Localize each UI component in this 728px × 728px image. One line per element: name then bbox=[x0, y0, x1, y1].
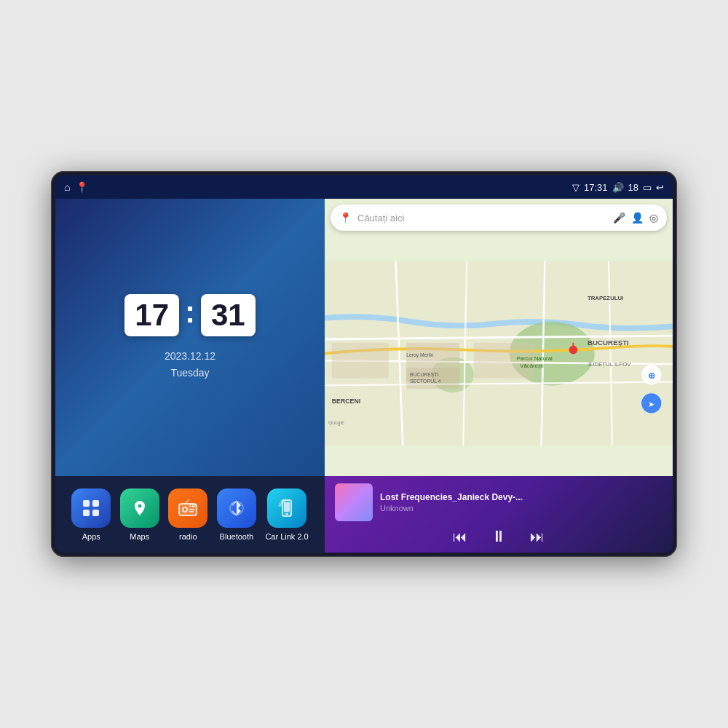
app-icon-carlink[interactable]: Car Link 2.0 bbox=[265, 488, 308, 541]
svg-text:➤: ➤ bbox=[648, 400, 654, 408]
status-left-icons: ⌂ 📍 bbox=[64, 181, 88, 193]
svg-text:BUCUREȘTI: BUCUREȘTI bbox=[587, 339, 629, 347]
clock-minute: 31 bbox=[201, 294, 256, 336]
play-pause-button[interactable]: ⏸ bbox=[491, 527, 507, 546]
svg-rect-30 bbox=[332, 343, 389, 379]
map-search-bar[interactable]: 📍 Căutați aici 🎤 👤 ◎ bbox=[331, 205, 667, 231]
car-screen-device: ⌂ 📍 ▽ 17:31 🔊 18 ▭ ↩ 17 : bbox=[51, 171, 677, 557]
svg-point-41 bbox=[569, 346, 578, 355]
svg-rect-15 bbox=[284, 502, 290, 512]
app-icon-radio[interactable]: FM radio bbox=[168, 488, 207, 541]
svg-rect-0 bbox=[83, 500, 90, 507]
music-text: Lost Frequencies_Janieck Devy-... Unknow… bbox=[380, 492, 662, 513]
maps-label: Maps bbox=[130, 532, 149, 541]
map-svg: BUCUREȘTI JUDEȚUL ILFOV TRAPEZULUI BERCE… bbox=[325, 231, 673, 476]
svg-text:BERCENI: BERCENI bbox=[332, 397, 360, 405]
signal-icon: ▽ bbox=[572, 182, 579, 193]
radio-label: radio bbox=[179, 532, 197, 541]
clock-widget: 17 : 31 2023.12.12 Tuesday bbox=[55, 199, 325, 476]
maps-pin-icon bbox=[130, 498, 150, 518]
music-player: Lost Frequencies_Janieck Devy-... Unknow… bbox=[325, 476, 673, 553]
right-panel: 📍 Căutați aici 🎤 👤 ◎ bbox=[325, 199, 673, 553]
home-icon[interactable]: ⌂ bbox=[64, 181, 70, 193]
date-text: 2023.12.12 bbox=[165, 348, 215, 364]
apps-label: Apps bbox=[82, 532, 100, 541]
music-controls: ⏮ ⏸ ⏭ bbox=[335, 527, 662, 546]
bluetooth-label: Bluetooth bbox=[220, 532, 253, 541]
car-screen: ⌂ 📍 ▽ 17:31 🔊 18 ▭ ↩ 17 : bbox=[55, 175, 673, 553]
maps-status-icon[interactable]: 📍 bbox=[76, 181, 88, 193]
radio-icon-bg: FM bbox=[168, 488, 207, 528]
bluetooth-icon-bg bbox=[217, 488, 256, 528]
layers-icon[interactable]: ◎ bbox=[649, 212, 658, 223]
apps-grid-icon bbox=[81, 498, 101, 518]
battery-icon: ▭ bbox=[643, 182, 652, 193]
main-content: 17 : 31 2023.12.12 Tuesday bbox=[55, 199, 673, 553]
svg-text:BUCUREȘTI: BUCUREȘTI bbox=[410, 372, 438, 378]
music-title: Lost Frequencies_Janieck Devy-... bbox=[380, 492, 662, 502]
bluetooth-symbol-icon bbox=[226, 498, 247, 518]
svg-rect-1 bbox=[92, 500, 99, 507]
svg-point-7 bbox=[183, 508, 186, 511]
day-text: Tuesday bbox=[165, 365, 215, 381]
next-button[interactable]: ⏭ bbox=[530, 529, 545, 545]
volume-icon: 🔊 bbox=[612, 182, 624, 193]
prev-button[interactable]: ⏮ bbox=[453, 529, 467, 545]
svg-text:SECTORUL 4: SECTORUL 4 bbox=[410, 379, 441, 384]
app-icon-apps[interactable]: Apps bbox=[71, 488, 111, 541]
svg-rect-3 bbox=[92, 510, 99, 516]
svg-text:Google: Google bbox=[328, 420, 344, 426]
clock-colon: : bbox=[185, 295, 195, 330]
apps-icon-bg bbox=[71, 488, 111, 528]
svg-point-16 bbox=[286, 513, 288, 515]
app-dock: Apps Maps bbox=[55, 476, 325, 553]
svg-rect-2 bbox=[83, 510, 90, 516]
carlink-icon-bg bbox=[267, 488, 306, 528]
map-search-actions: 🎤 👤 ◎ bbox=[613, 212, 658, 223]
carlink-label: Car Link 2.0 bbox=[265, 532, 308, 541]
svg-text:Văcărești: Văcărești bbox=[520, 363, 544, 369]
svg-text:FM: FM bbox=[189, 504, 196, 508]
date-display: 2023.12.12 Tuesday bbox=[165, 348, 215, 381]
map-pin-search-icon: 📍 bbox=[339, 212, 352, 223]
music-artist: Unknown bbox=[380, 504, 662, 513]
carlink-phone-icon bbox=[277, 498, 297, 518]
clock-hour: 17 bbox=[124, 294, 179, 336]
map-container[interactable]: 📍 Căutați aici 🎤 👤 ◎ bbox=[325, 199, 673, 476]
svg-text:Parcul Natural: Parcul Natural bbox=[516, 355, 553, 362]
status-bar: ⌂ 📍 ▽ 17:31 🔊 18 ▭ ↩ bbox=[55, 175, 673, 199]
status-right-info: ▽ 17:31 🔊 18 ▭ ↩ bbox=[572, 182, 664, 193]
voice-search-icon[interactable]: 🎤 bbox=[613, 212, 625, 223]
back-icon[interactable]: ↩ bbox=[656, 182, 664, 193]
svg-text:TRAPEZULUI: TRAPEZULUI bbox=[587, 295, 623, 301]
svg-text:Leroy Merlin: Leroy Merlin bbox=[406, 352, 434, 358]
album-art-image bbox=[335, 483, 373, 521]
svg-text:JUDEȚUL ILFOV: JUDEȚUL ILFOV bbox=[587, 361, 631, 368]
radio-fm-icon: FM bbox=[176, 496, 199, 520]
maps-icon-bg bbox=[120, 488, 159, 528]
account-icon[interactable]: 👤 bbox=[631, 212, 644, 223]
map-search-placeholder[interactable]: Căutați aici bbox=[357, 213, 607, 223]
app-icon-maps[interactable]: Maps bbox=[120, 488, 159, 541]
left-panel: 17 : 31 2023.12.12 Tuesday bbox=[55, 199, 325, 553]
clock-display: 17 : 31 bbox=[124, 294, 255, 336]
volume-level: 18 bbox=[628, 182, 638, 193]
app-icon-bluetooth[interactable]: Bluetooth bbox=[217, 488, 256, 541]
svg-rect-10 bbox=[189, 511, 194, 513]
music-info: Lost Frequencies_Janieck Devy-... Unknow… bbox=[335, 483, 662, 521]
svg-text:⊕: ⊕ bbox=[648, 371, 655, 380]
svg-rect-9 bbox=[189, 509, 195, 510]
time-display: 17:31 bbox=[584, 182, 608, 193]
album-art bbox=[335, 483, 373, 521]
